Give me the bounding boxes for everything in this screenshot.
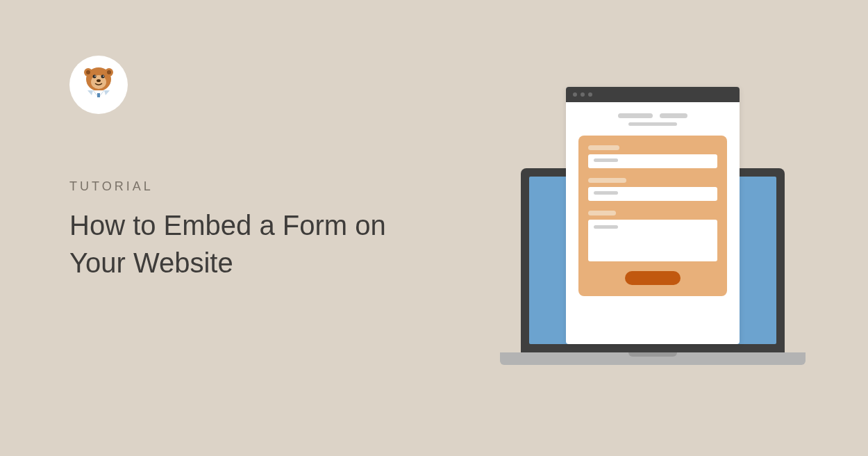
- embedded-form: [578, 136, 727, 296]
- form-textarea-field: [588, 220, 717, 261]
- window-control-dot: [581, 92, 585, 97]
- svg-rect-11: [97, 93, 100, 97]
- window-titlebar: [566, 87, 740, 102]
- category-label: TUTORIAL: [69, 179, 431, 194]
- placeholder-line: [618, 113, 653, 118]
- svg-point-7: [101, 75, 105, 79]
- placeholder-subtitle: [628, 122, 677, 126]
- laptop-base: [500, 352, 806, 365]
- brand-logo: [69, 56, 128, 114]
- laptop-form-illustration: [500, 87, 806, 365]
- page-heading-placeholder: [578, 113, 727, 118]
- window-control-dot: [573, 92, 577, 97]
- bear-mascot-icon: [78, 64, 119, 106]
- form-field-label: [588, 145, 619, 150]
- window-body: [566, 102, 740, 307]
- page-title: How to Embed a Form on Your Website: [69, 206, 431, 282]
- svg-point-10: [97, 79, 101, 82]
- svg-point-8: [94, 76, 96, 77]
- svg-point-3: [86, 70, 90, 74]
- browser-window: [566, 87, 740, 344]
- placeholder-line: [660, 113, 687, 118]
- svg-point-4: [107, 70, 111, 74]
- svg-point-9: [103, 76, 104, 77]
- form-input-field: [588, 154, 717, 168]
- svg-point-6: [93, 75, 97, 79]
- placeholder-line: [594, 158, 618, 162]
- text-content: TUTORIAL How to Embed a Form on Your Web…: [69, 179, 431, 282]
- placeholder-line: [594, 191, 618, 195]
- form-field-label: [588, 178, 626, 183]
- placeholder-line: [594, 225, 618, 229]
- form-field-label: [588, 211, 616, 215]
- window-control-dot: [588, 92, 592, 97]
- form-input-field: [588, 187, 717, 201]
- form-submit-button: [625, 271, 681, 285]
